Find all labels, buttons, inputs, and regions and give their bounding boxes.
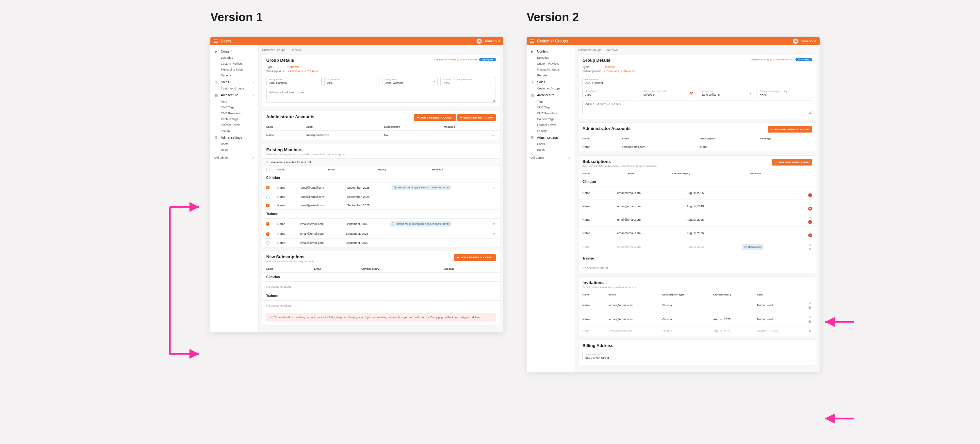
add-existing-account-button[interactable]: ADD EXISTING ACCOUNT [454, 254, 496, 261]
card-icon[interactable]: ▭ [808, 202, 812, 207]
nav-admin-settings[interactable]: ⛨Admin settings⌄ [210, 134, 258, 141]
assigned-to-field[interactable]: Assigned to [382, 77, 438, 86]
version-1-label: Version 1 [210, 10, 262, 24]
nav-custom-playlists[interactable]: Custom Playlists [527, 61, 574, 67]
row-checkbox[interactable] [266, 241, 269, 244]
discount-field[interactable]: Custom discount percentage [757, 89, 812, 98]
nav-architecture[interactable]: ▦Architecture⌄ [210, 91, 258, 98]
nav-users[interactable]: Users [527, 141, 574, 147]
undo-icon[interactable]: ↻ [808, 247, 812, 251]
card-icon[interactable]: ▭ [491, 222, 496, 226]
nav-old-admin[interactable]: Old admin↗ [210, 154, 258, 161]
page-title: Users [221, 39, 231, 43]
hamburger-icon[interactable] [214, 40, 218, 43]
delete-icon[interactable]: 🗑 [808, 319, 812, 324]
nav-architecture[interactable]: ▦Architecture⌄ [527, 91, 574, 98]
card-icon[interactable]: ▭ [491, 232, 496, 236]
more-icon[interactable]: ⋯ [491, 133, 496, 138]
edit-icon[interactable]: ✎ [808, 301, 812, 305]
nav-tags[interactable]: Tags [210, 98, 258, 105]
nav-old-admin[interactable]: Old admin↗ [527, 154, 574, 161]
remove-icon[interactable]: − [808, 207, 812, 211]
edit-icon[interactable]: ✎ [808, 315, 812, 319]
assigned-to-field[interactable]: Assigned to [699, 89, 754, 98]
admin-notes-field[interactable] [582, 101, 812, 114]
row-checkbox[interactable] [266, 204, 269, 207]
card-icon[interactable]: ▭ [808, 242, 812, 247]
nav-cme-tags[interactable]: CME Tags [210, 105, 258, 110]
nav-users[interactable]: Users [210, 141, 258, 147]
nav-faculty[interactable]: Faculty [527, 128, 574, 134]
nav-content-tags[interactable]: Content Tags [210, 116, 258, 122]
row-checkbox[interactable] [266, 232, 269, 236]
nav-reports[interactable]: Reports [210, 73, 258, 78]
avatar[interactable]: JD [477, 38, 482, 44]
card-icon[interactable]: ▭ [808, 189, 812, 193]
group-name-field[interactable]: Group name* [582, 77, 812, 86]
hamburger-icon[interactable] [530, 40, 534, 43]
discount-field[interactable]: Custom discount percentage [440, 77, 496, 86]
nav-episodes[interactable]: Episodes [210, 55, 258, 61]
remove-icon[interactable]: − [808, 233, 812, 237]
nav-episodes[interactable]: Episodes [527, 55, 574, 61]
admin-accounts-card: Administrator Accounts ADD EXISTING ACCO… [262, 111, 500, 140]
nav-messaging-spots[interactable]: Messaging Spots [527, 67, 574, 73]
street-address-field[interactable]: Street address* [582, 352, 812, 361]
nav-messaging-spots[interactable]: Messaging Spots [210, 67, 258, 73]
short-name-field[interactable]: Short name* [325, 77, 380, 86]
table-row: Nameemail@email.comAugust, 2025Not renew… [579, 240, 816, 254]
nav-cme-tags[interactable]: CME Tags [527, 105, 574, 110]
delete-icon[interactable]: 🗑 [808, 305, 812, 310]
row-checkbox[interactable] [266, 195, 269, 199]
row-checkbox[interactable] [266, 186, 269, 189]
nav-custom-playlists[interactable]: Custom Playlists [210, 61, 258, 67]
start-date-field[interactable]: Subscription start date*📅 [641, 89, 696, 98]
admin-accounts-card: Administrator Accounts ADD NEW ADMINISTR… [578, 122, 816, 152]
card-icon[interactable]: ▭ [808, 229, 812, 233]
nav-sales[interactable]: $Sales⌄ [210, 78, 258, 86]
select-all-checkbox[interactable] [266, 168, 269, 171]
row-checkbox[interactable] [266, 222, 269, 225]
short-name-field[interactable]: Short name* [582, 89, 638, 98]
add-new-administrator-button[interactable]: ADD NEW ADMINISTRATOR [768, 126, 812, 133]
nav-learner-levels[interactable]: Learner Levels [210, 122, 258, 128]
add-new-subscriber-button[interactable]: ADD NEW SUBSCRIBER [772, 159, 812, 165]
add-existing-account-button[interactable]: ADD EXISTING ACCOUNT [414, 114, 456, 121]
remove-icon[interactable]: − [808, 193, 812, 197]
annotation-arrow-right-2 [823, 415, 856, 422]
group-name-field[interactable]: Group name* [266, 77, 322, 86]
admin-notes-field[interactable] [266, 89, 496, 103]
send-new-invitation-button[interactable]: SEND NEW INVITATION [457, 114, 496, 121]
nav-reports[interactable]: Reports [527, 73, 574, 78]
shield-icon: ⛨ [530, 135, 535, 140]
nav-customer-groups[interactable]: Customer Groups [527, 86, 574, 91]
card-icon[interactable]: ▭ [491, 186, 496, 190]
nav-faculty[interactable]: Faculty [210, 128, 258, 134]
nav-admin-settings[interactable]: ⛨Admin settings⌄ [527, 134, 574, 141]
avatar[interactable]: JD [793, 38, 798, 44]
undo-icon[interactable]: ↻ [808, 329, 812, 333]
existing-members-card: Existing MembersSelect the existing memb… [262, 144, 500, 247]
nav-roles[interactable]: Roles [527, 147, 574, 153]
card-icon[interactable]: ▭ [808, 216, 812, 220]
nav-content[interactable]: ▶Content⌄ [527, 48, 574, 55]
annotation-arrow-left [167, 200, 206, 361]
nav-learner-levels[interactable]: Learner Levels [527, 122, 574, 128]
nav-roles[interactable]: Roles [210, 147, 258, 153]
clear-selection-icon[interactable]: ✕ [266, 161, 269, 163]
nav-cme-providers[interactable]: CME Providers [527, 110, 574, 116]
nav-tags[interactable]: Tags [527, 98, 574, 105]
nav-content-tags[interactable]: Content Tags [527, 116, 574, 122]
breadcrumb-root[interactable]: Customer Groups [262, 48, 285, 52]
more-icon[interactable]: ⋯ [808, 144, 812, 149]
remove-icon[interactable]: − [808, 220, 812, 224]
nav-content[interactable]: ▶Content⌄ [210, 48, 258, 55]
breadcrumb-root[interactable]: Customer Groups [578, 48, 601, 52]
subscriptions-title: Subscriptions [582, 159, 657, 164]
nav-customer-groups[interactable]: Customer Groups [210, 86, 258, 91]
nav-sales[interactable]: $Sales⌄ [527, 78, 574, 86]
warning-message: You must add new existing accounts and/o… [266, 313, 496, 322]
nav-cme-providers[interactable]: CME Providers [210, 110, 258, 116]
chevron-down-icon: ⌄ [568, 94, 571, 97]
invitations-card: InvitationsSend invitations to members w… [578, 276, 816, 336]
